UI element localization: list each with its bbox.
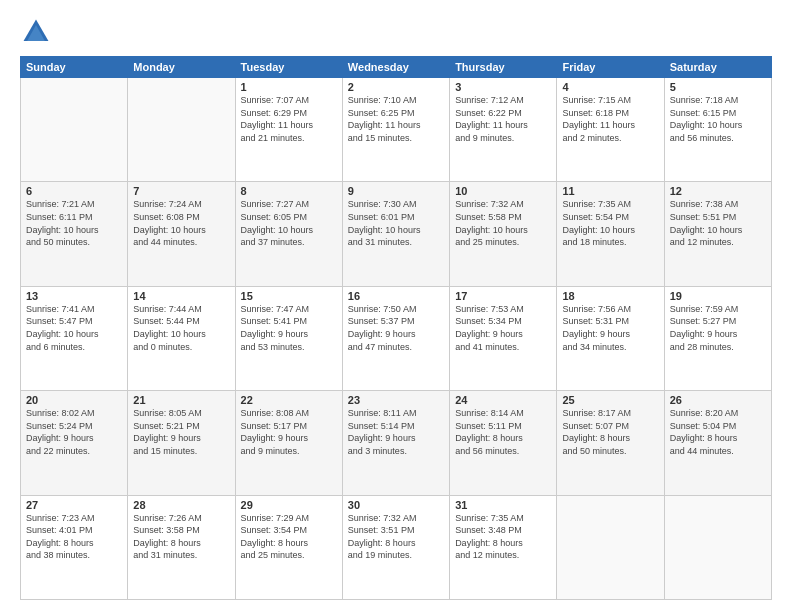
day-number: 8 xyxy=(241,185,337,197)
calendar-header-row: SundayMondayTuesdayWednesdayThursdayFrid… xyxy=(21,57,772,78)
day-info: Sunrise: 7:27 AM Sunset: 6:05 PM Dayligh… xyxy=(241,198,337,248)
day-info: Sunrise: 7:32 AM Sunset: 5:58 PM Dayligh… xyxy=(455,198,551,248)
week-row-4: 20Sunrise: 8:02 AM Sunset: 5:24 PM Dayli… xyxy=(21,391,772,495)
day-number: 17 xyxy=(455,290,551,302)
day-cell: 27Sunrise: 7:23 AM Sunset: 4:01 PM Dayli… xyxy=(21,495,128,599)
day-info: Sunrise: 7:35 AM Sunset: 5:54 PM Dayligh… xyxy=(562,198,658,248)
week-row-2: 6Sunrise: 7:21 AM Sunset: 6:11 PM Daylig… xyxy=(21,182,772,286)
day-header-friday: Friday xyxy=(557,57,664,78)
day-info: Sunrise: 7:47 AM Sunset: 5:41 PM Dayligh… xyxy=(241,303,337,353)
day-cell: 12Sunrise: 7:38 AM Sunset: 5:51 PM Dayli… xyxy=(664,182,771,286)
day-number: 24 xyxy=(455,394,551,406)
day-info: Sunrise: 7:41 AM Sunset: 5:47 PM Dayligh… xyxy=(26,303,122,353)
day-cell: 16Sunrise: 7:50 AM Sunset: 5:37 PM Dayli… xyxy=(342,286,449,390)
day-number: 5 xyxy=(670,81,766,93)
day-header-saturday: Saturday xyxy=(664,57,771,78)
day-info: Sunrise: 7:53 AM Sunset: 5:34 PM Dayligh… xyxy=(455,303,551,353)
day-cell xyxy=(128,78,235,182)
day-cell: 10Sunrise: 7:32 AM Sunset: 5:58 PM Dayli… xyxy=(450,182,557,286)
day-number: 19 xyxy=(670,290,766,302)
day-info: Sunrise: 7:44 AM Sunset: 5:44 PM Dayligh… xyxy=(133,303,229,353)
header xyxy=(20,16,772,48)
day-number: 22 xyxy=(241,394,337,406)
day-number: 27 xyxy=(26,499,122,511)
day-number: 25 xyxy=(562,394,658,406)
day-number: 21 xyxy=(133,394,229,406)
week-row-5: 27Sunrise: 7:23 AM Sunset: 4:01 PM Dayli… xyxy=(21,495,772,599)
page: SundayMondayTuesdayWednesdayThursdayFrid… xyxy=(0,0,792,612)
day-number: 31 xyxy=(455,499,551,511)
day-number: 3 xyxy=(455,81,551,93)
day-info: Sunrise: 7:23 AM Sunset: 4:01 PM Dayligh… xyxy=(26,512,122,562)
day-cell: 19Sunrise: 7:59 AM Sunset: 5:27 PM Dayli… xyxy=(664,286,771,390)
day-info: Sunrise: 8:08 AM Sunset: 5:17 PM Dayligh… xyxy=(241,407,337,457)
day-number: 11 xyxy=(562,185,658,197)
day-cell: 26Sunrise: 8:20 AM Sunset: 5:04 PM Dayli… xyxy=(664,391,771,495)
day-cell: 13Sunrise: 7:41 AM Sunset: 5:47 PM Dayli… xyxy=(21,286,128,390)
day-cell: 31Sunrise: 7:35 AM Sunset: 3:48 PM Dayli… xyxy=(450,495,557,599)
day-number: 15 xyxy=(241,290,337,302)
day-cell: 21Sunrise: 8:05 AM Sunset: 5:21 PM Dayli… xyxy=(128,391,235,495)
day-number: 6 xyxy=(26,185,122,197)
day-info: Sunrise: 7:07 AM Sunset: 6:29 PM Dayligh… xyxy=(241,94,337,144)
day-cell: 25Sunrise: 8:17 AM Sunset: 5:07 PM Dayli… xyxy=(557,391,664,495)
logo xyxy=(20,16,56,48)
day-cell: 9Sunrise: 7:30 AM Sunset: 6:01 PM Daylig… xyxy=(342,182,449,286)
day-info: Sunrise: 8:02 AM Sunset: 5:24 PM Dayligh… xyxy=(26,407,122,457)
day-info: Sunrise: 7:38 AM Sunset: 5:51 PM Dayligh… xyxy=(670,198,766,248)
day-info: Sunrise: 8:11 AM Sunset: 5:14 PM Dayligh… xyxy=(348,407,444,457)
day-number: 4 xyxy=(562,81,658,93)
day-number: 12 xyxy=(670,185,766,197)
day-info: Sunrise: 7:50 AM Sunset: 5:37 PM Dayligh… xyxy=(348,303,444,353)
day-number: 7 xyxy=(133,185,229,197)
day-info: Sunrise: 7:32 AM Sunset: 3:51 PM Dayligh… xyxy=(348,512,444,562)
day-cell: 2Sunrise: 7:10 AM Sunset: 6:25 PM Daylig… xyxy=(342,78,449,182)
week-row-3: 13Sunrise: 7:41 AM Sunset: 5:47 PM Dayli… xyxy=(21,286,772,390)
day-cell: 1Sunrise: 7:07 AM Sunset: 6:29 PM Daylig… xyxy=(235,78,342,182)
day-info: Sunrise: 7:29 AM Sunset: 3:54 PM Dayligh… xyxy=(241,512,337,562)
day-cell: 20Sunrise: 8:02 AM Sunset: 5:24 PM Dayli… xyxy=(21,391,128,495)
day-number: 16 xyxy=(348,290,444,302)
day-cell: 18Sunrise: 7:56 AM Sunset: 5:31 PM Dayli… xyxy=(557,286,664,390)
day-cell: 4Sunrise: 7:15 AM Sunset: 6:18 PM Daylig… xyxy=(557,78,664,182)
day-info: Sunrise: 7:15 AM Sunset: 6:18 PM Dayligh… xyxy=(562,94,658,144)
calendar: SundayMondayTuesdayWednesdayThursdayFrid… xyxy=(20,56,772,600)
day-cell: 5Sunrise: 7:18 AM Sunset: 6:15 PM Daylig… xyxy=(664,78,771,182)
day-cell: 29Sunrise: 7:29 AM Sunset: 3:54 PM Dayli… xyxy=(235,495,342,599)
day-number: 2 xyxy=(348,81,444,93)
day-cell: 17Sunrise: 7:53 AM Sunset: 5:34 PM Dayli… xyxy=(450,286,557,390)
day-number: 29 xyxy=(241,499,337,511)
day-number: 23 xyxy=(348,394,444,406)
day-header-monday: Monday xyxy=(128,57,235,78)
day-cell: 11Sunrise: 7:35 AM Sunset: 5:54 PM Dayli… xyxy=(557,182,664,286)
day-number: 30 xyxy=(348,499,444,511)
day-number: 14 xyxy=(133,290,229,302)
day-info: Sunrise: 8:20 AM Sunset: 5:04 PM Dayligh… xyxy=(670,407,766,457)
day-info: Sunrise: 7:56 AM Sunset: 5:31 PM Dayligh… xyxy=(562,303,658,353)
day-info: Sunrise: 7:26 AM Sunset: 3:58 PM Dayligh… xyxy=(133,512,229,562)
day-cell: 28Sunrise: 7:26 AM Sunset: 3:58 PM Dayli… xyxy=(128,495,235,599)
day-header-sunday: Sunday xyxy=(21,57,128,78)
day-info: Sunrise: 7:10 AM Sunset: 6:25 PM Dayligh… xyxy=(348,94,444,144)
day-cell: 23Sunrise: 8:11 AM Sunset: 5:14 PM Dayli… xyxy=(342,391,449,495)
day-info: Sunrise: 8:14 AM Sunset: 5:11 PM Dayligh… xyxy=(455,407,551,457)
day-number: 9 xyxy=(348,185,444,197)
day-cell xyxy=(557,495,664,599)
day-number: 13 xyxy=(26,290,122,302)
week-row-1: 1Sunrise: 7:07 AM Sunset: 6:29 PM Daylig… xyxy=(21,78,772,182)
day-cell: 30Sunrise: 7:32 AM Sunset: 3:51 PM Dayli… xyxy=(342,495,449,599)
day-info: Sunrise: 7:12 AM Sunset: 6:22 PM Dayligh… xyxy=(455,94,551,144)
day-cell: 3Sunrise: 7:12 AM Sunset: 6:22 PM Daylig… xyxy=(450,78,557,182)
day-number: 18 xyxy=(562,290,658,302)
day-info: Sunrise: 7:21 AM Sunset: 6:11 PM Dayligh… xyxy=(26,198,122,248)
day-number: 20 xyxy=(26,394,122,406)
logo-icon xyxy=(20,16,52,48)
day-number: 10 xyxy=(455,185,551,197)
day-cell: 14Sunrise: 7:44 AM Sunset: 5:44 PM Dayli… xyxy=(128,286,235,390)
day-cell: 22Sunrise: 8:08 AM Sunset: 5:17 PM Dayli… xyxy=(235,391,342,495)
day-cell: 15Sunrise: 7:47 AM Sunset: 5:41 PM Dayli… xyxy=(235,286,342,390)
day-cell: 24Sunrise: 8:14 AM Sunset: 5:11 PM Dayli… xyxy=(450,391,557,495)
day-info: Sunrise: 7:18 AM Sunset: 6:15 PM Dayligh… xyxy=(670,94,766,144)
day-info: Sunrise: 8:17 AM Sunset: 5:07 PM Dayligh… xyxy=(562,407,658,457)
day-info: Sunrise: 7:30 AM Sunset: 6:01 PM Dayligh… xyxy=(348,198,444,248)
